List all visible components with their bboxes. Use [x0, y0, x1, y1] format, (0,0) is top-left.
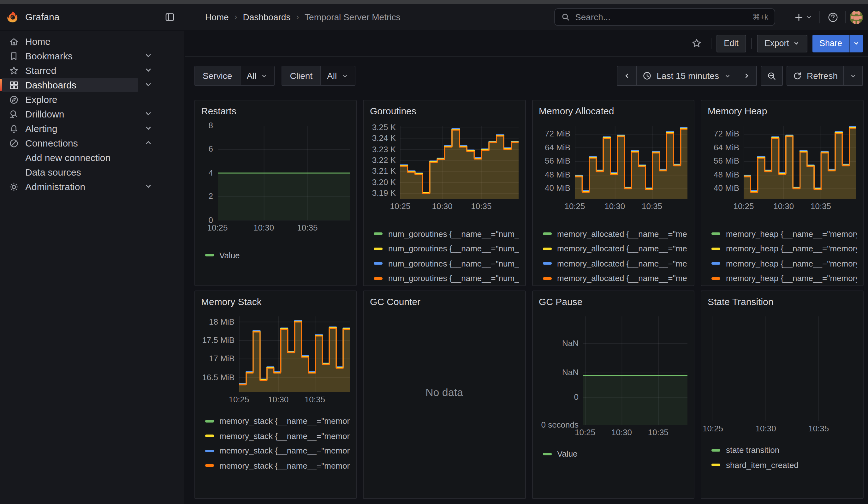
- legend-item[interactable]: memory_heap {__name__="memory_h: [707, 241, 856, 256]
- legend-series-label: memory_stack {__name__="memory_s: [219, 461, 350, 471]
- sidebar-item-label: Data sources: [25, 165, 81, 179]
- legend-item[interactable]: memory_heap {__name__="memory_h: [707, 256, 856, 271]
- legend-item[interactable]: memory_stack {__name__="memory_s: [201, 429, 350, 443]
- help-icon[interactable]: [824, 8, 841, 26]
- legend-item[interactable]: memory_allocated {__name__="memo: [539, 256, 688, 271]
- chevron-down-icon[interactable]: [144, 109, 153, 119]
- legend-item[interactable]: Value: [201, 248, 350, 263]
- legend-item[interactable]: memory_heap {__name__="memory_h: [707, 271, 856, 285]
- legend-item[interactable]: num_goroutines {__name__="num_gor: [370, 271, 519, 285]
- x-tick-label: 10:35: [648, 428, 669, 437]
- legend-item[interactable]: memory_allocated {__name__="memo: [539, 226, 688, 241]
- share-menu-chevron-icon[interactable]: [849, 34, 863, 52]
- x-tick-label: 10:25: [207, 223, 228, 232]
- y-axis: NaNNaN00 seconds: [539, 316, 583, 425]
- x-axis: 10:2510:3010:35: [575, 199, 688, 213]
- panel-legend: Value: [539, 446, 688, 461]
- legend-item[interactable]: shard_item_created: [707, 457, 856, 472]
- y-tick-label: 64 MiB: [714, 142, 739, 152]
- plot-area: 3.25 K3.24 K3.23 K3.22 K3.21 K3.20 K3.19…: [370, 125, 519, 199]
- panel-memory-stack: Memory Stack 18 MiB17.5 MiB17 MiB16.5 Mi…: [194, 290, 356, 499]
- panel-title[interactable]: State Transition: [707, 295, 856, 309]
- search-input[interactable]: Search... ⌘+k: [554, 8, 775, 26]
- breadcrumb-item[interactable]: Dashboards: [243, 12, 290, 22]
- user-avatar[interactable]: [850, 10, 863, 24]
- legend-item[interactable]: state transition: [707, 443, 856, 457]
- sidebar-item-explore: Explore: [0, 92, 184, 107]
- y-tick-label: 3.22 K: [372, 155, 396, 165]
- sidebar-item-label: Bookmarks: [25, 49, 73, 63]
- chevron-up-icon[interactable]: [144, 138, 153, 148]
- star-dashboard-icon[interactable]: [688, 34, 705, 52]
- chevron-down-icon[interactable]: [144, 66, 153, 75]
- add-new-button[interactable]: [790, 8, 816, 26]
- panel-title[interactable]: Goroutines: [370, 104, 519, 118]
- legend-item[interactable]: memory_allocated {__name__="memo: [539, 241, 688, 256]
- edit-button[interactable]: Edit: [716, 34, 746, 52]
- chevron-down-icon[interactable]: [144, 51, 153, 61]
- drilldown-icon: [9, 109, 19, 119]
- legend-series-marker: [542, 233, 551, 235]
- sidebar-item-data-sources: Data sources: [0, 165, 184, 179]
- plot-canvas[interactable]: [575, 125, 688, 199]
- sidebar-item-label: Dashboards: [25, 78, 76, 92]
- plot-canvas[interactable]: [583, 316, 688, 425]
- nav-divider: [819, 11, 820, 23]
- panel-title[interactable]: Memory Stack: [201, 295, 350, 309]
- legend-item[interactable]: memory_stack {__name__="memory_s: [201, 458, 350, 473]
- y-axis: 72 MiB64 MiB56 MiB48 MiB40 MiB: [707, 125, 744, 199]
- breadcrumb-separator: ›: [235, 12, 237, 21]
- share-split-button: Share: [813, 34, 863, 52]
- legend-series-marker: [542, 247, 551, 250]
- search-icon: [561, 13, 570, 21]
- y-tick-label: 56 MiB: [714, 156, 739, 165]
- legend-series-label: memory_allocated {__name__="memo: [557, 244, 688, 253]
- legend-series-label: memory_heap {__name__="memory_h: [726, 274, 856, 283]
- sidebar-item-connections: Connections: [0, 136, 184, 150]
- x-tick-label: 10:35: [810, 201, 831, 210]
- plot-canvas[interactable]: [217, 125, 350, 220]
- panel-title[interactable]: Restarts: [201, 104, 350, 118]
- chevron-down-icon[interactable]: [144, 124, 153, 133]
- compass-icon: [9, 94, 19, 104]
- legend-series-marker: [542, 277, 551, 279]
- plot-canvas[interactable]: [744, 125, 856, 199]
- grafana-app: Grafana Home›Dashboards›Temporal Server …: [0, 0, 868, 504]
- y-tick-label: 40 MiB: [714, 184, 739, 193]
- bookmark-icon: [9, 51, 19, 61]
- legend-series-marker: [711, 247, 720, 250]
- plot-area: NaNNaN00 seconds: [539, 316, 688, 425]
- star-icon: [9, 65, 19, 75]
- legend-series-label: num_goroutines {__name__="num_gor: [388, 274, 519, 283]
- y-tick-label: 56 MiB: [545, 156, 570, 165]
- legend-item[interactable]: Value: [539, 446, 688, 461]
- legend-series-marker: [711, 277, 720, 279]
- y-axis: 72 MiB64 MiB56 MiB48 MiB40 MiB: [539, 125, 575, 199]
- sidebar-nav: Home Bookmarks Starred Dashboards Explor…: [0, 31, 184, 504]
- y-tick-label: 48 MiB: [545, 169, 570, 179]
- legend-item[interactable]: memory_heap {__name__="memory_h: [707, 226, 856, 241]
- breadcrumb-item[interactable]: Home: [205, 12, 229, 22]
- panel-title[interactable]: GC Counter: [370, 295, 519, 309]
- sidebar-item-label: Explore: [25, 92, 58, 107]
- plot-canvas[interactable]: [239, 316, 350, 392]
- panel-title[interactable]: Memory Allocated: [539, 104, 688, 118]
- chevron-down-icon[interactable]: [144, 80, 153, 90]
- panel-title[interactable]: GC Pause: [539, 295, 688, 309]
- plot-canvas[interactable]: [400, 125, 519, 199]
- share-button[interactable]: Share: [813, 34, 849, 52]
- legend-item[interactable]: num_goroutines {__name__="num_gor: [370, 241, 519, 256]
- apps-icon: [9, 80, 19, 90]
- sidebar-toggle-icon[interactable]: [165, 12, 175, 22]
- y-tick-label: 18 MiB: [209, 317, 235, 327]
- legend-item[interactable]: memory_allocated {__name__="memo: [539, 271, 688, 285]
- export-button[interactable]: Export: [757, 34, 807, 52]
- chevron-down-icon[interactable]: [144, 182, 153, 192]
- panel-title[interactable]: Memory Heap: [707, 104, 856, 118]
- legend-item[interactable]: memory_stack {__name__="memory_s: [201, 443, 350, 458]
- legend-item[interactable]: num_goroutines {__name__="num_gor: [370, 226, 519, 241]
- plot-canvas[interactable]: [711, 316, 856, 421]
- legend-item[interactable]: num_goroutines {__name__="num_gor: [370, 256, 519, 271]
- panel-gc-pause: GC Pause NaNNaN00 seconds 10:2510:3010:3…: [532, 290, 694, 499]
- legend-item[interactable]: memory_stack {__name__="memory_s: [201, 414, 350, 429]
